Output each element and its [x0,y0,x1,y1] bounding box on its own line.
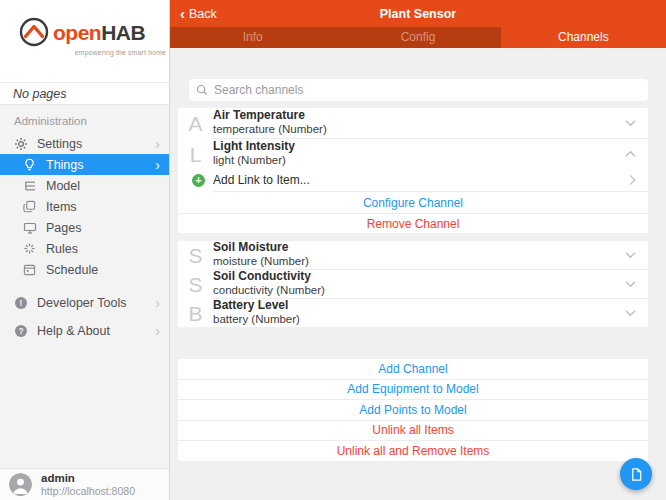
code-view-fab[interactable] [620,458,652,490]
sidebar-item-help-about[interactable]: ? Help & About › [0,317,169,345]
chevron-down-icon [625,310,636,317]
tab-info[interactable]: Info [170,27,335,48]
search-bar[interactable] [189,79,648,101]
sidebar: openHAB empowering the smart home No pag… [0,0,170,500]
add-equipment-to-model-button[interactable]: Add Equipment to Model [178,380,648,400]
sidebar-item-label: Settings [37,137,82,151]
user-account-area[interactable]: admin http://localhost:8080 [0,468,169,500]
sidebar-item-label: Model [46,179,80,193]
channel-row-air-temperature[interactable]: A Air Temperature temperature (Number) [178,108,648,138]
chevron-right-icon [629,175,636,186]
channel-title: Soil Moisture [213,241,309,255]
configure-channel-button[interactable]: Configure Channel [178,192,648,213]
channel-title: Light Intensity [213,140,295,154]
gear-icon [13,136,28,151]
sidebar-item-things[interactable]: Things › [0,154,169,175]
schedule-calendar-icon [22,262,37,277]
chevron-down-icon [625,120,636,127]
chevron-right-icon: › [155,158,160,172]
items-copy-icon [22,199,37,214]
add-link-to-item-row[interactable]: + Add Link to Item... [178,169,648,191]
search-icon [196,84,208,96]
channel-letter: S [178,274,213,295]
unlink-all-and-remove-items-button[interactable]: Unlink all and Remove Items [178,441,648,461]
avatar [9,473,32,496]
chevron-left-icon: ‹ [180,6,185,21]
sidebar-item-label: Developer Tools [37,296,126,310]
logo-tagline: empowering the smart home [54,49,166,56]
channel-row-soil-moisture[interactable]: S Soil Moisture moisture (Number) [178,241,648,269]
sidebar-item-label: Items [46,200,77,214]
channel-letter: L [178,144,213,165]
sidebar-item-label: Pages [46,221,81,235]
sidebar-item-label: Help & About [37,324,110,338]
channels-card-top: A Air Temperature temperature (Number) L… [178,108,648,233]
sidebar-item-developer-tools[interactable]: ! Developer Tools › [0,289,169,317]
chevron-down-icon [625,281,636,288]
add-points-to-model-button[interactable]: Add Points to Model [178,400,648,420]
chevron-right-icon: › [155,296,160,310]
channel-title: Battery Level [213,299,300,313]
logo-area: openHAB empowering the smart home [0,0,169,82]
channels-content: A Air Temperature temperature (Number) L… [170,48,666,500]
administration-section-label: Administration [0,110,169,133]
channel-title: Soil Conductivity [213,270,325,284]
openhab-logo-icon [18,16,50,48]
sidebar-item-label: Schedule [46,263,98,277]
add-channel-button[interactable]: Add Channel [178,359,648,379]
tab-config[interactable]: Config [335,27,500,48]
remove-channel-button[interactable]: Remove Channel [178,214,648,233]
channel-letter: A [178,113,213,134]
server-url: http://localhost:8080 [41,485,135,497]
channel-subtitle: temperature (Number) [213,123,327,136]
help-icon: ? [13,324,28,339]
sidebar-item-schedule[interactable]: Schedule [0,259,169,280]
channel-row-battery-level[interactable]: B Battery Level battery (Number) [178,299,648,327]
navbar: ‹ Back Plant Sensor [170,0,666,27]
back-label: Back [189,7,217,21]
sidebar-nav: Administration Settings › [0,105,169,468]
channel-subtitle: conductivity (Number) [213,284,325,297]
main-panel: ‹ Back Plant Sensor Info Config Channels… [170,0,666,500]
page-title: Plant Sensor [170,7,666,21]
tab-channels[interactable]: Channels [501,27,666,48]
channels-card-bottom: S Soil Moisture moisture (Number) S Soil… [178,241,648,327]
sidebar-item-items[interactable]: Items [0,196,169,217]
rules-spark-icon [22,241,37,256]
channel-letter: B [178,303,213,324]
chevron-right-icon: › [155,324,160,338]
lightbulb-icon [22,157,37,172]
chevron-down-icon [625,252,636,259]
channel-subtitle: light (Number) [213,154,295,167]
channel-subtitle: battery (Number) [213,313,300,326]
svg-text:!: ! [19,298,22,308]
svg-text:?: ? [18,326,23,336]
logo-wordmark: openHAB [53,22,145,43]
unlink-all-items-button[interactable]: Unlink all Items [178,421,648,441]
add-link-label: Add Link to Item... [213,173,310,187]
sidebar-item-model[interactable]: Model [0,175,169,196]
sidebar-item-pages[interactable]: Pages [0,217,169,238]
sidebar-item-label: Things [46,158,84,172]
back-button[interactable]: ‹ Back [180,6,217,21]
sidebar-item-label: Rules [46,242,78,256]
sidebar-item-rules[interactable]: Rules [0,238,169,259]
channel-row-soil-conductivity[interactable]: S Soil Conductivity conductivity (Number… [178,270,648,298]
pages-monitor-icon [22,220,37,235]
developer-tools-icon: ! [13,296,28,311]
openhab-app: openHAB empowering the smart home No pag… [0,0,666,500]
channel-subtitle: moisture (Number) [213,255,309,268]
no-pages-label: No pages [0,82,169,105]
search-input[interactable] [214,83,621,97]
tab-bar: Info Config Channels [170,27,666,48]
channel-row-light-intensity[interactable]: L Light Intensity light (Number) [178,139,648,169]
username: admin [41,472,135,485]
channel-title: Air Temperature [213,109,327,123]
model-tree-icon [22,178,37,193]
chevron-up-icon [625,151,636,158]
document-icon [629,467,644,482]
sidebar-item-settings[interactable]: Settings › [0,133,169,154]
bulk-actions-card: Add Channel Add Equipment to Model Add P… [178,359,648,461]
plus-icon: + [192,174,205,187]
channel-letter: S [178,245,213,266]
